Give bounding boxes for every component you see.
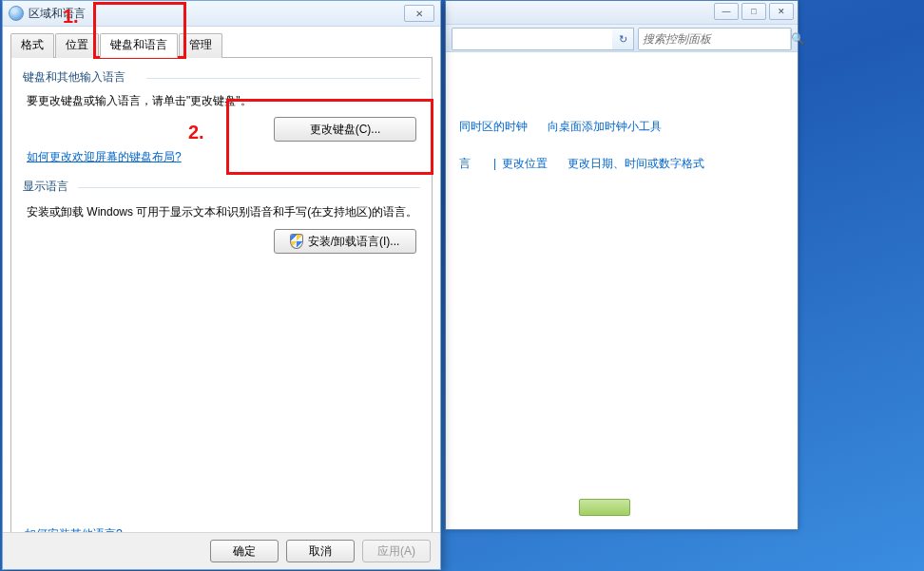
region-language-dialog: 区域和语言 ✕ 格式 位置 键盘和语言 管理 键盘和其他输入语言 要更改键盘或输…: [2, 0, 441, 570]
dialog-title: 区域和语言: [29, 6, 86, 22]
install-language-label: 安装/卸载语言(I)...: [308, 234, 400, 250]
dialog-close-button[interactable]: ✕: [404, 5, 434, 22]
refresh-icon: ↻: [619, 33, 627, 46]
tab-strip: 格式 位置 键盘和语言 管理: [10, 32, 433, 58]
minimize-icon: —: [722, 7, 731, 16]
close-button[interactable]: ✕: [769, 3, 794, 20]
desktop: — □ ✕ ↻ 🔍 同时区的时钟 向桌面添加时钟小工具 言|更改位置 更改日期、…: [0, 0, 924, 571]
tab-format[interactable]: 格式: [10, 33, 54, 58]
group-display-desc: 安装或卸载 Windows 可用于显示文本和识别语音和手写(在支持地区)的语言。: [27, 202, 420, 221]
dialog-footer: 确定 取消 应用(A): [3, 532, 440, 569]
control-panel-window: — □ ✕ ↻ 🔍 同时区的时钟 向桌面添加时钟小工具 言|更改位置 更改日期、…: [445, 0, 799, 530]
cp-link-language[interactable]: 言: [459, 157, 471, 170]
cp-link-change-formats[interactable]: 更改日期、时间或数字格式: [568, 157, 704, 170]
address-bar[interactable]: [452, 28, 630, 50]
cp-link-desktop-clock[interactable]: 向桌面添加时钟小工具: [548, 120, 662, 133]
cp-link-change-location[interactable]: 更改位置: [502, 157, 548, 170]
install-language-button[interactable]: 安装/卸载语言(I)...: [274, 229, 416, 254]
cp-link-clocks[interactable]: 同时区的时钟: [459, 120, 528, 133]
control-panel-titlebar: — □ ✕: [446, 1, 798, 25]
tab-keyboard-language[interactable]: 键盘和语言: [100, 33, 178, 58]
search-box[interactable]: 🔍: [638, 28, 792, 50]
maximize-icon: □: [751, 7, 756, 16]
close-icon: ✕: [778, 7, 785, 16]
control-panel-body: 同时区的时钟 向桌面添加时钟小工具 言|更改位置 更改日期、时间或数字格式: [446, 52, 798, 529]
control-panel-navbar: ↻ 🔍: [446, 25, 798, 52]
group-display-heading: 显示语言: [23, 179, 420, 195]
cp-link-row-1: 同时区的时钟 向桌面添加时钟小工具: [459, 119, 784, 135]
search-icon[interactable]: 🔍: [790, 29, 805, 49]
minimize-button[interactable]: —: [714, 3, 739, 20]
search-input[interactable]: [639, 30, 790, 48]
cp-bottom-button[interactable]: [579, 499, 630, 516]
tab-content: 键盘和其他输入语言 要更改键盘或输入语言，请单击"更改键盘"。 更改键盘(C).…: [10, 58, 433, 555]
tab-admin[interactable]: 管理: [179, 33, 222, 58]
keyboard-help-link[interactable]: 如何更改欢迎屏幕的键盘布局?: [27, 150, 182, 163]
shield-icon: [291, 235, 302, 248]
group-keyboard-heading: 键盘和其他输入语言: [23, 69, 420, 86]
change-keyboard-label: 更改键盘(C)...: [310, 122, 381, 138]
cp-link-separator: |: [493, 157, 496, 170]
cp-link-row-2: 言|更改位置 更改日期、时间或数字格式: [459, 156, 784, 172]
globe-icon: [9, 6, 24, 21]
refresh-button[interactable]: ↻: [612, 28, 634, 50]
group-keyboard-desc: 要更改键盘或输入语言，请单击"更改键盘"。: [27, 93, 420, 109]
ok-button[interactable]: 确定: [210, 540, 279, 562]
change-keyboard-button[interactable]: 更改键盘(C)...: [274, 117, 416, 142]
close-icon: ✕: [415, 9, 423, 19]
cancel-button[interactable]: 取消: [286, 540, 355, 562]
apply-button[interactable]: 应用(A): [362, 540, 431, 562]
dialog-titlebar[interactable]: 区域和语言 ✕: [3, 1, 440, 27]
maximize-button[interactable]: □: [741, 3, 766, 20]
tab-location[interactable]: 位置: [55, 33, 99, 58]
